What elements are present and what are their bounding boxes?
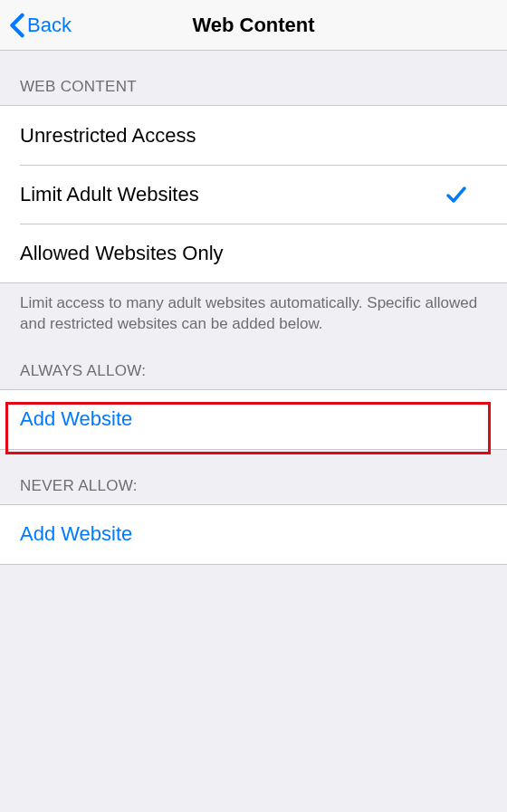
- section-footer-web-content: Limit access to many adult websites auto…: [0, 283, 507, 335]
- option-limit-adult-websites[interactable]: Limit Adult Websites: [20, 165, 507, 224]
- add-website-label: Add Website: [20, 407, 132, 431]
- nav-header: Back Web Content: [0, 0, 507, 51]
- add-website-label: Add Website: [20, 522, 132, 546]
- section-header-never-allow: NEVER ALLOW:: [0, 450, 507, 504]
- web-content-options-group: Unrestricted Access Limit Adult Websites…: [0, 105, 507, 283]
- option-unrestricted-access[interactable]: Unrestricted Access: [0, 106, 507, 165]
- chevron-left-icon: [9, 13, 25, 38]
- never-allow-group: Add Website: [0, 504, 507, 565]
- checkmark-icon: [445, 185, 467, 205]
- back-button[interactable]: Back: [0, 13, 72, 38]
- add-website-always-allow[interactable]: Add Website: [0, 390, 507, 449]
- page-title: Web Content: [192, 14, 314, 37]
- option-label: Unrestricted Access: [20, 124, 196, 148]
- option-allowed-websites-only[interactable]: Allowed Websites Only: [20, 224, 507, 282]
- section-header-always-allow: ALWAYS ALLOW:: [0, 335, 507, 389]
- always-allow-group: Add Website: [0, 389, 507, 450]
- add-website-never-allow[interactable]: Add Website: [0, 505, 507, 564]
- option-label: Limit Adult Websites: [20, 183, 199, 206]
- option-label: Allowed Websites Only: [20, 242, 224, 265]
- section-header-web-content: WEB CONTENT: [0, 51, 507, 105]
- back-label: Back: [27, 14, 72, 37]
